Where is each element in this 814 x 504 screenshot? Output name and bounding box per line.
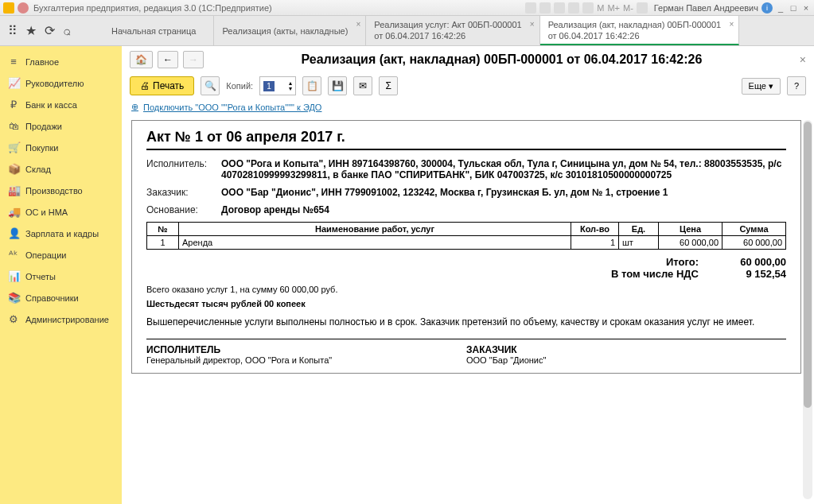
titlebar-icon[interactable] <box>539 2 551 14</box>
nav-label: Отчеты <box>25 272 56 281</box>
nav-icon: 📚 <box>8 292 19 304</box>
m-plus-icon[interactable]: M+ <box>607 3 620 13</box>
preview-button[interactable]: 🔍 <box>201 76 220 95</box>
tab-close-icon[interactable]: × <box>729 19 734 30</box>
sum-button[interactable]: Σ <box>379 76 398 95</box>
customer-value: ООО "Бар "Дионис", ИНН 7799091002, 12324… <box>221 187 786 198</box>
copies-input[interactable]: 1▴▾ <box>259 76 296 95</box>
titlebar-icon[interactable] <box>525 2 536 14</box>
copies-label: Копий: <box>226 81 253 91</box>
sidebar-item[interactable]: ₽Банк и касса <box>0 94 122 115</box>
sidebar-item[interactable]: ᴬᵏОперации <box>0 244 122 266</box>
tab-act-invoice[interactable]: Реализация (акт, накладная) 00БП-000001о… <box>540 16 740 45</box>
items-table: №Наименование работ, услугКол-воЕд.ЦенаС… <box>146 222 786 250</box>
nav-icon: ᴬᵏ <box>8 249 19 261</box>
app-logo-icon <box>3 2 14 14</box>
sidebar-item[interactable]: 🏭Производство <box>0 180 122 201</box>
sidebar-item[interactable]: 📈Руководителю <box>0 72 122 94</box>
basis-label: Основание: <box>146 204 221 215</box>
more-button[interactable]: Еще ▾ <box>742 78 781 95</box>
minimize-icon[interactable]: _ <box>776 3 785 13</box>
tab-realizations[interactable]: Реализация (акты, накладные)× <box>214 16 366 45</box>
totals: Итого:60 000,00 В том числе НДС9 152,54 <box>146 256 786 280</box>
table-row: 1Аренда1шт60 000,0060 000,00 <box>147 236 786 250</box>
nav-icon: 🚚 <box>8 206 19 218</box>
nav-label: Руководителю <box>25 79 84 88</box>
executor-label: Исполнитель: <box>146 158 221 180</box>
toolbox: ⠿ ★ ⟳ ⌕ <box>0 16 103 45</box>
nav-label: Производство <box>25 186 83 196</box>
tabs: Начальная страница Реализация (акты, нак… <box>103 16 814 45</box>
sidebar-item[interactable]: 🚚ОС и НМА <box>0 201 122 223</box>
sidebar-item[interactable]: 📊Отчеты <box>0 266 122 287</box>
user-name: Герман Павел Андреевич <box>654 3 758 13</box>
scrollbar[interactable] <box>803 120 812 499</box>
customer-label: Заказчик: <box>146 187 221 198</box>
info-icon[interactable]: i <box>761 2 773 14</box>
nav-label: Зарплата и кадры <box>25 229 99 238</box>
nav-label: Покупки <box>25 143 58 153</box>
document: Акт № 1 от 06 апреля 2017 г. Исполнитель… <box>131 120 801 374</box>
nav-icon: ⚙ <box>8 313 19 325</box>
nav-icon: 🛒 <box>8 142 19 153</box>
user-icon[interactable] <box>637 2 648 14</box>
help-button[interactable]: ? <box>787 76 806 95</box>
titlebar-icon[interactable] <box>568 2 579 14</box>
nav-icon: ₽ <box>8 99 19 110</box>
scrollbar-thumb[interactable] <box>804 122 812 408</box>
customer-signature: ЗАКАЗЧИКООО "Бар "Дионис" <box>466 344 786 365</box>
nav-icon: 📦 <box>8 163 19 175</box>
edo-link[interactable]: ⊕ Подключить "ООО ""Рога и Копыта""" к Э… <box>122 99 814 115</box>
legal-text: Вышеперечисленные услуги выполнены полно… <box>146 316 786 328</box>
doc-title: Акт № 1 от 06 апреля 2017 г. <box>146 129 786 150</box>
email-button[interactable]: ✉ <box>353 76 372 95</box>
nav-icon: 🛍 <box>8 120 19 132</box>
m-minus-icon[interactable]: M- <box>623 3 633 13</box>
save-button[interactable]: 💾 <box>328 76 347 95</box>
close-icon[interactable]: × <box>801 3 811 13</box>
nav-icon: 🏭 <box>8 184 19 196</box>
m-icon[interactable]: M <box>597 3 604 13</box>
sidebar-item[interactable]: ⚙Администрирование <box>0 308 122 330</box>
back-icon[interactable] <box>18 2 29 14</box>
home-button[interactable]: 🏠 <box>130 51 153 68</box>
sidebar: ≡Главное📈Руководителю₽Банк и касса🛍Прода… <box>0 46 122 504</box>
settings-button[interactable]: 📋 <box>302 76 321 95</box>
nav-label: Банк и касса <box>25 100 77 110</box>
tab-start[interactable]: Начальная страница <box>103 16 214 45</box>
executor-value: ООО "Рога и Копыта", ИНН 897164398760, 3… <box>221 158 786 180</box>
summary-text: Всего оказано услуг 1, на сумму 60 000,0… <box>146 285 786 294</box>
nav-label: Операции <box>25 250 66 260</box>
history-icon[interactable]: ⟳ <box>45 23 55 38</box>
print-button[interactable]: 🖨 Печать <box>130 76 194 95</box>
nav-label: ОС и НМА <box>25 207 68 217</box>
sidebar-item[interactable]: 📚Справочники <box>0 287 122 308</box>
nav-icon: 👤 <box>8 227 19 239</box>
nav-label: Склад <box>25 165 51 174</box>
nav-label: Продажи <box>25 122 62 131</box>
nav-label: Администрирование <box>25 315 109 324</box>
sidebar-item[interactable]: ≡Главное <box>0 51 122 72</box>
nav-icon: 📊 <box>8 270 19 282</box>
tab-close-icon[interactable]: × <box>356 19 360 30</box>
nav-label: Справочники <box>25 293 79 303</box>
amount-words: Шестьдесят тысяч рублей 00 копеек <box>146 299 786 308</box>
sidebar-item[interactable]: 📦Склад <box>0 158 122 180</box>
basis-value: Договор аренды №654 <box>221 204 786 215</box>
nav-back-button[interactable]: ← <box>158 51 178 68</box>
tab-close-icon[interactable]: × <box>530 19 535 30</box>
maximize-icon[interactable]: □ <box>789 3 798 13</box>
star-icon[interactable]: ★ <box>25 23 37 38</box>
titlebar-icon[interactable] <box>554 2 565 14</box>
sidebar-item[interactable]: 🛍Продажи <box>0 115 122 137</box>
nav-icon: ≡ <box>8 56 19 68</box>
titlebar-icon[interactable] <box>582 2 594 14</box>
titlebar: Бухгалтерия предприятия, редакция 3.0 (1… <box>0 0 814 16</box>
tab-service-act[interactable]: Реализация услуг: Акт 00БП-000001от 06.0… <box>366 16 539 45</box>
apps-icon[interactable]: ⠿ <box>8 23 18 38</box>
sidebar-item[interactable]: 👤Зарплата и кадры <box>0 223 122 244</box>
content-close-icon[interactable]: × <box>800 53 806 66</box>
nav-fwd-button[interactable]: → <box>183 51 204 68</box>
search-icon[interactable]: ⌕ <box>63 24 71 38</box>
sidebar-item[interactable]: 🛒Покупки <box>0 137 122 158</box>
